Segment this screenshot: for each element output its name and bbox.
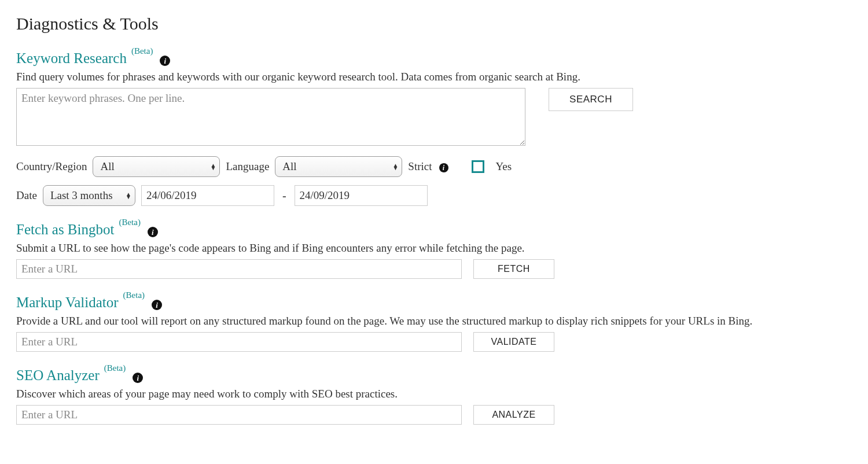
date-from-input[interactable] (141, 185, 274, 206)
info-icon[interactable]: i (439, 163, 448, 172)
markup-validator-section: Markup Validator (Beta) i Provide a URL … (16, 294, 852, 352)
beta-tag: (Beta) (123, 290, 145, 300)
analyze-button[interactable]: ANALYZE (473, 405, 554, 425)
beta-tag: (Beta) (119, 218, 140, 227)
yes-label: Yes (496, 160, 512, 173)
validate-url-input[interactable] (16, 332, 462, 352)
date-label: Date (16, 189, 37, 202)
validate-button[interactable]: VALIDATE (473, 332, 554, 352)
date-to-input[interactable] (295, 185, 428, 206)
seo-analyzer-title[interactable]: SEO Analyzer (16, 367, 100, 384)
seo-analyzer-desc: Discover which areas of your page may ne… (16, 388, 852, 400)
fetch-bingbot-desc: Submit a URL to see how the page's code … (16, 242, 852, 255)
markup-validator-title[interactable]: Markup Validator (16, 294, 119, 311)
date-dash: - (280, 189, 289, 202)
keyword-research-title[interactable]: Keyword Research (16, 50, 127, 67)
fetch-button[interactable]: FETCH (473, 259, 554, 279)
keyword-input[interactable] (16, 88, 525, 146)
seo-analyzer-section: SEO Analyzer (Beta) i Discover which are… (16, 367, 852, 425)
info-icon[interactable]: i (160, 56, 170, 66)
country-value: All (100, 160, 114, 173)
fetch-bingbot-title[interactable]: Fetch as Bingbot (16, 221, 114, 238)
strict-label: Strict (408, 160, 432, 173)
stepper-icon: ▲▼ (126, 193, 131, 198)
stepper-icon: ▲▼ (392, 164, 398, 170)
strict-checkbox[interactable] (472, 160, 484, 173)
keyword-research-section: Keyword Research (Beta) i Find query vol… (16, 50, 852, 206)
date-range-value: Last 3 months (50, 189, 113, 202)
search-button[interactable]: SEARCH (549, 88, 633, 111)
language-value: All (282, 160, 296, 173)
info-icon[interactable]: i (148, 227, 158, 237)
analyze-url-input[interactable] (16, 405, 462, 425)
keyword-research-desc: Find query volumes for phrases and keywo… (16, 71, 852, 83)
beta-tag: (Beta) (104, 363, 126, 373)
page-title: Diagnostics & Tools (16, 14, 852, 34)
markup-validator-desc: Provide a URL and our tool will report o… (16, 315, 852, 327)
fetch-url-input[interactable] (16, 259, 462, 279)
language-select[interactable]: All ▲▼ (275, 156, 402, 177)
date-range-select[interactable]: Last 3 months ▲▼ (43, 185, 135, 206)
info-icon[interactable]: i (152, 300, 162, 310)
country-select[interactable]: All ▲▼ (93, 156, 220, 177)
stepper-icon: ▲▼ (211, 164, 216, 170)
fetch-bingbot-section: Fetch as Bingbot (Beta) i Submit a URL t… (16, 221, 852, 279)
country-label: Country/Region (16, 160, 87, 173)
language-label: Language (226, 160, 269, 173)
beta-tag: (Beta) (131, 46, 153, 56)
info-icon[interactable]: i (133, 373, 143, 383)
